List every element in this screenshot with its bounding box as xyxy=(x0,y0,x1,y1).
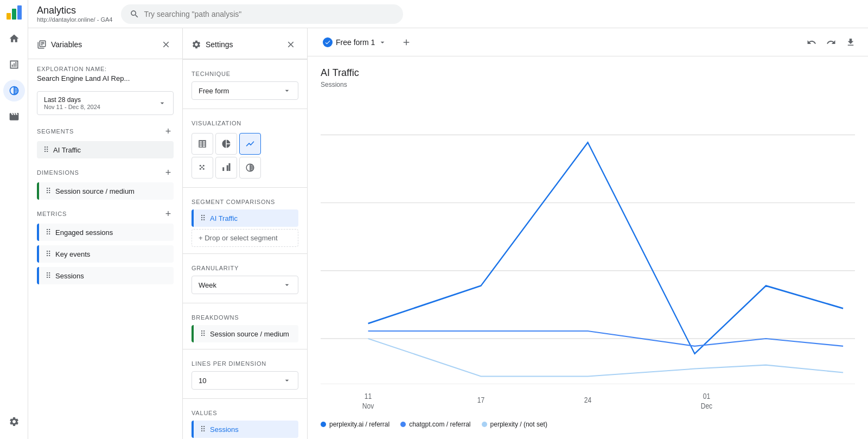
metric-label: Sessions xyxy=(55,272,84,280)
tab-dropdown-icon[interactable] xyxy=(378,38,387,47)
nav-home[interactable] xyxy=(3,28,25,49)
segment-comparisons-section: SEGMENT COMPARISONS ⠿ AI Traffic + Drop … xyxy=(183,187,307,253)
technique-value: Free form xyxy=(199,87,229,95)
dimension-label: Session source / medium xyxy=(55,187,135,195)
legend-label: chatgpt.com / referral xyxy=(409,421,470,428)
tab-free-form-1[interactable]: Free form 1 xyxy=(316,33,393,52)
drag-icon: ⠿ xyxy=(46,228,51,237)
breakdown-session-source[interactable]: ⠿ Session source / medium xyxy=(192,325,298,342)
add-dimension-button[interactable]: + xyxy=(163,167,174,178)
main-content: Variables EXPLORATION NAME: Search Engin… xyxy=(28,28,868,439)
nav-explore[interactable] xyxy=(3,80,25,101)
legend-label: perplexity.ai / referral xyxy=(329,421,390,428)
drag-icon: ⠿ xyxy=(46,187,51,195)
metric-key-events[interactable]: ⠿ Key events xyxy=(37,245,174,263)
nav-advertising[interactable] xyxy=(3,106,25,128)
metric-sessions[interactable]: ⠿ Sessions xyxy=(37,267,174,284)
chart-area: Free form 1 AI Traffic Sessions xyxy=(308,28,868,439)
viz-globe-button[interactable] xyxy=(239,157,261,179)
search-input[interactable] xyxy=(144,10,394,18)
variables-title-text: Variables xyxy=(51,40,82,49)
lines-per-dim-dropdown[interactable]: 10 xyxy=(192,371,298,390)
date-range-selector[interactable]: Last 28 days Nov 11 - Dec 8, 2024 xyxy=(37,91,174,115)
granularity-label: GRANULARITY xyxy=(183,258,307,273)
add-tab-button[interactable] xyxy=(398,34,415,51)
breakdowns-section: BREAKDOWNS ⠿ Session source / medium xyxy=(183,303,307,349)
viz-donut-button[interactable] xyxy=(215,133,237,155)
line-chart-svg: 11 Nov 17 24 01 Dec xyxy=(321,97,855,414)
settings-close-button[interactable] xyxy=(283,37,298,52)
svg-text:Nov: Nov xyxy=(362,402,374,411)
svg-text:17: 17 xyxy=(477,396,484,405)
lines-per-dimension-section: LINES PER DIMENSION 10 xyxy=(183,349,307,398)
visualization-options xyxy=(183,129,307,183)
technique-dropdown[interactable]: Free form xyxy=(192,81,298,100)
svg-point-6 xyxy=(203,168,205,170)
undo-button[interactable] xyxy=(803,34,820,51)
metrics-section-header: METRICS + xyxy=(28,202,182,221)
download-button[interactable] xyxy=(842,34,859,51)
add-metric-button[interactable]: + xyxy=(163,208,174,219)
breakdown-label: Session source / medium xyxy=(210,330,289,338)
metrics-label: METRICS xyxy=(37,211,67,217)
nav-settings[interactable] xyxy=(3,411,25,432)
legend-dot xyxy=(321,422,326,427)
values-sessions[interactable]: ⠿ Sessions xyxy=(192,421,298,438)
granularity-value: Week xyxy=(199,281,216,289)
svg-point-4 xyxy=(203,165,205,167)
viz-scatter-button[interactable] xyxy=(192,157,213,179)
drag-icon: ⠿ xyxy=(200,425,206,434)
settings-icon xyxy=(192,40,201,49)
header-property-info: Analytics http://dantaylor.online/ - GA4 xyxy=(37,5,112,23)
settings-panel-header: Settings xyxy=(183,28,307,59)
legend-perplexity-not-set: perplexity / (not set) xyxy=(482,421,547,428)
app-logo xyxy=(7,4,22,21)
search-bar[interactable] xyxy=(121,4,403,24)
viz-table-button[interactable] xyxy=(192,133,213,155)
svg-point-7 xyxy=(201,167,203,168)
metric-engaged-sessions[interactable]: ⠿ Engaged sessions xyxy=(37,224,174,241)
add-segment-button[interactable]: + xyxy=(163,126,174,137)
svg-rect-0 xyxy=(7,13,11,20)
dimension-session-source[interactable]: ⠿ Session source / medium xyxy=(37,182,174,200)
chart-content: AI Traffic Sessions xyxy=(308,56,868,439)
nav-reports[interactable] xyxy=(3,54,25,75)
segment-comparisons-label: SEGMENT COMPARISONS xyxy=(183,192,307,207)
technique-label: TECHNIQUE xyxy=(183,64,307,79)
visualization-section: VISUALIZATION xyxy=(183,109,307,187)
granularity-dropdown[interactable]: Week xyxy=(192,276,298,294)
viz-line-button[interactable] xyxy=(239,133,261,155)
granularity-section: GRANULARITY Week xyxy=(183,253,307,303)
segments-label: SEGMENTS xyxy=(37,128,74,135)
segments-section-header: SEGMENTS + xyxy=(28,119,182,139)
settings-panel: Settings TECHNIQUE Free form VISUALIZATI… xyxy=(183,28,308,439)
legend-dot xyxy=(400,422,406,427)
legend-chatgpt-referral: chatgpt.com / referral xyxy=(400,421,470,428)
technique-section: TECHNIQUE Free form xyxy=(183,59,307,109)
variables-panel-title: Variables xyxy=(37,40,82,49)
dropdown-arrow-icon xyxy=(283,86,291,95)
settings-panel-title: Settings xyxy=(192,40,233,49)
app-header: Analytics http://dantaylor.online/ - GA4 xyxy=(28,0,868,28)
redo-button[interactable] xyxy=(822,34,840,51)
segment-label: AI Traffic xyxy=(53,146,81,154)
chart-wrapper: 11 Nov 17 24 01 Dec xyxy=(321,97,855,414)
visualization-label: VISUALIZATION xyxy=(183,113,307,129)
settings-title-text: Settings xyxy=(206,40,233,49)
settings-segment-ai-traffic[interactable]: ⠿ AI Traffic xyxy=(192,209,298,227)
drag-icon: ⠿ xyxy=(200,214,206,222)
variables-close-button[interactable] xyxy=(158,37,174,52)
left-nav xyxy=(0,0,28,439)
property-url: http://dantaylor.online/ - GA4 xyxy=(37,16,112,23)
legend-perplexity-referral: perplexity.ai / referral xyxy=(321,421,390,428)
values-section: VALUES ⠿ Sessions xyxy=(183,398,307,439)
metric-label: Key events xyxy=(55,250,90,258)
drop-segment-button[interactable]: + Drop or select segment xyxy=(192,229,298,247)
chart-title: AI Traffic xyxy=(321,67,855,79)
lines-per-dim-value: 10 xyxy=(199,377,206,385)
drag-icon: ⠿ xyxy=(46,271,51,280)
segment-ai-traffic[interactable]: ⠿ AI Traffic xyxy=(37,141,174,158)
viz-bar-button[interactable] xyxy=(215,157,237,179)
drag-icon: ⠿ xyxy=(43,145,49,154)
chart-subtitle: Sessions xyxy=(321,81,855,88)
